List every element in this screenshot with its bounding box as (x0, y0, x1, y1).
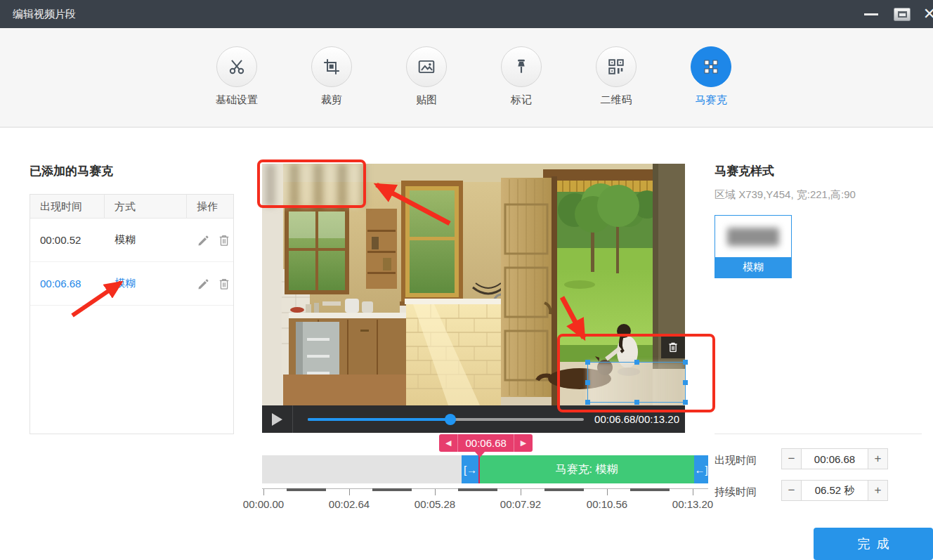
resize-handle-w[interactable] (585, 380, 590, 385)
tab-label: 标记 (511, 93, 532, 107)
tab-sticker[interactable]: 贴图 (395, 46, 458, 107)
marker-prev-icon[interactable]: ◀ (439, 438, 457, 448)
tab-qrcode[interactable]: 二维码 (585, 46, 648, 107)
panel-divider (715, 434, 922, 434)
segment-end-handle[interactable]: ←] (694, 455, 708, 483)
duration-value[interactable]: 06.52 秒 (802, 481, 868, 500)
resize-handle-e[interactable] (683, 380, 688, 385)
appear-time-decrease-button[interactable]: − (782, 449, 802, 469)
tab-basic-settings[interactable]: 基础设置 (205, 46, 268, 107)
duration-stepper: − 06.52 秒 + (781, 480, 888, 501)
duration-decrease-button[interactable]: − (782, 481, 802, 500)
tab-label: 基础设置 (216, 93, 258, 107)
tab-mark[interactable]: 标记 (490, 46, 553, 107)
resize-handle-s[interactable] (634, 400, 639, 405)
window-title: 编辑视频片段 (13, 0, 76, 28)
edit-icon[interactable] (197, 233, 211, 247)
seek-bar-progress (308, 418, 450, 421)
mosaic-selection-box[interactable] (587, 362, 686, 403)
done-button[interactable]: 完成 (814, 528, 933, 560)
table-row-selected[interactable]: 00:06.68 模糊 (30, 262, 233, 306)
table-row[interactable]: 00:00.52 模糊 (30, 219, 233, 262)
resize-handle-nw[interactable] (585, 360, 590, 365)
mosaic-icon (691, 46, 731, 87)
minimize-button[interactable] (859, 0, 884, 28)
resize-handle-sw[interactable] (585, 400, 590, 405)
titlebar: 编辑视频片段 ✕ (0, 0, 933, 28)
duration-increase-button[interactable]: + (868, 481, 887, 500)
ruler-tick-label: 00:05.28 (403, 498, 466, 510)
close-button[interactable]: ✕ (919, 0, 933, 28)
edit-video-clip-window: 编辑视频片段 ✕ 基础设置 裁剪 (0, 0, 933, 560)
timeline-ruler: 00:00.00 00:02.64 00:05.28 00:07.92 00:1… (262, 488, 708, 515)
row-method: 模糊 (105, 277, 187, 290)
blur-style-card[interactable]: 模糊 (715, 215, 792, 278)
marker-time: 00:06.68 (457, 434, 514, 452)
edit-icon[interactable] (197, 277, 211, 291)
col-appear-time: 出现时间 (30, 195, 105, 218)
tab-label: 裁剪 (321, 93, 342, 107)
ruler-tick-label: 00:07.92 (489, 498, 552, 510)
tab-label: 二维码 (601, 93, 632, 107)
mosaic-list-heading: 已添加的马赛克 (30, 163, 113, 179)
trash-icon (667, 341, 679, 353)
resize-handle-ne[interactable] (683, 360, 688, 365)
maximize-button[interactable] (889, 0, 915, 28)
tab-label: 马赛克 (696, 93, 727, 107)
qrcode-icon (596, 46, 637, 87)
ruler-tick-label: 00:13.20 (661, 498, 724, 510)
col-operation: 操作 (187, 195, 233, 218)
row-method: 模糊 (105, 233, 187, 247)
seek-bar[interactable] (308, 418, 584, 421)
maximize-icon (894, 8, 911, 21)
timeline-empty-track[interactable] (262, 455, 462, 483)
seek-thumb[interactable] (445, 414, 456, 425)
pin-icon (501, 46, 542, 87)
row-time: 00:06.68 (30, 278, 105, 289)
appear-time-increase-button[interactable]: + (868, 449, 887, 469)
appear-time-label: 出现时间 (715, 454, 757, 467)
col-method: 方式 (105, 195, 187, 218)
ruler-tick-label: 00:02.64 (318, 498, 381, 510)
tab-label: 贴图 (416, 93, 437, 107)
appear-time-stepper: − 00:06.68 + (781, 448, 888, 469)
tab-mosaic[interactable]: 马赛克 (679, 46, 743, 107)
table-header-row: 出现时间 方式 操作 (30, 195, 233, 219)
time-display: 00:06.68/00:13.20 (594, 405, 679, 433)
blur-style-preview (715, 216, 791, 257)
delete-icon[interactable] (217, 233, 231, 247)
crop-icon (311, 46, 352, 87)
marker-pointer (475, 452, 485, 457)
tool-tabs-bar: 基础设置 裁剪 贴图 (0, 28, 933, 128)
mosaic-region-top-left[interactable] (266, 164, 366, 207)
appear-time-value[interactable]: 00:06.68 (802, 449, 868, 469)
player-controls: 00:06.68/00:13.20 (262, 405, 685, 433)
image-icon (406, 46, 447, 87)
timeline-marker[interactable]: ◀ 00:06.68 ▶ (439, 434, 533, 452)
resize-handle-se[interactable] (683, 400, 688, 405)
play-icon (272, 413, 282, 426)
mosaic-segment[interactable]: 马赛克: 模糊 (479, 455, 694, 483)
delete-mosaic-button[interactable] (661, 336, 685, 358)
timeline-cursor-line (478, 453, 480, 483)
segment-start-handle[interactable]: [→ (462, 455, 479, 483)
delete-icon[interactable] (217, 277, 231, 291)
duration-label: 持续时间 (715, 486, 757, 499)
ruler-tick-label: 00:00.00 (232, 498, 295, 510)
row-time: 00:00.52 (30, 234, 105, 246)
marker-next-icon[interactable]: ▶ (514, 438, 533, 448)
blurred-sample (727, 228, 779, 246)
play-button[interactable] (262, 405, 293, 433)
minimize-icon (864, 13, 878, 15)
scissors-icon (216, 46, 257, 87)
tab-crop[interactable]: 裁剪 (300, 46, 363, 107)
style-panel-heading: 马赛克样式 (715, 163, 774, 179)
ruler-tick-label: 00:10.56 (575, 498, 639, 510)
region-info: 区域 X739,Y454, 宽:221,高:90 (715, 188, 856, 202)
mosaic-list-table: 出现时间 方式 操作 00:00.52 模糊 00:06.68 模糊 (30, 194, 234, 434)
resize-handle-n[interactable] (634, 360, 639, 365)
blur-style-label: 模糊 (715, 257, 791, 278)
